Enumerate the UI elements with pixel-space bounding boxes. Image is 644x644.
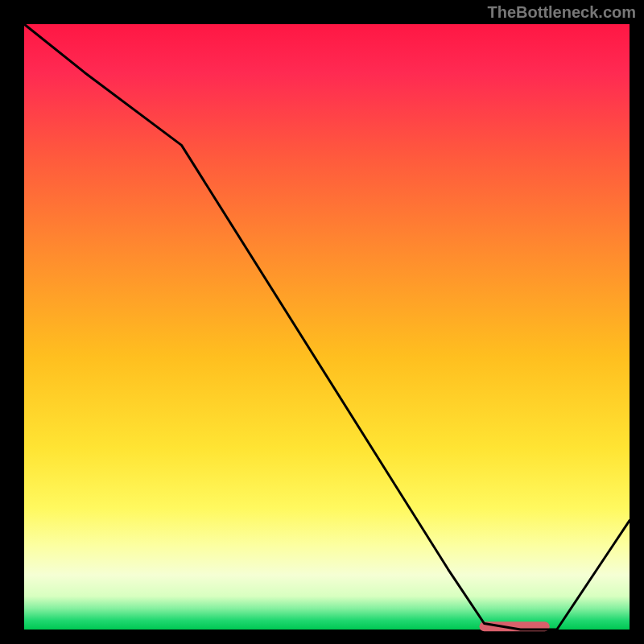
- plot-area: [24, 24, 630, 630]
- watermark-text: TheBottleneck.com: [488, 3, 636, 22]
- bottleneck-chart: [0, 0, 644, 644]
- chart-stage: TheBottleneck.com: [0, 0, 644, 644]
